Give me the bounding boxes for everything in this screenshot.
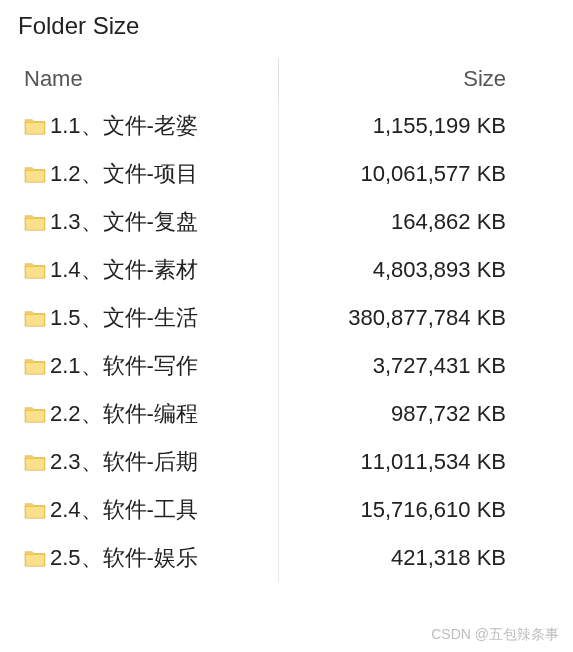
- folder-icon: [24, 403, 46, 421]
- folder-icon: [24, 259, 46, 277]
- folder-name-cell[interactable]: 2.4、软件-工具: [18, 486, 278, 534]
- table-row[interactable]: 1.4、文件-素材4,803,893 KB: [18, 246, 518, 294]
- window-title: Folder Size: [18, 12, 555, 40]
- table-row[interactable]: 2.5、软件-娱乐421,318 KB: [18, 534, 518, 582]
- folder-size-window: Folder Size Name Size 1.1、文件-老婆1,155,199…: [0, 0, 573, 594]
- folder-name-label: 2.2、软件-编程: [50, 401, 198, 426]
- folder-name-label: 1.2、文件-项目: [50, 161, 198, 186]
- folder-name-label: 1.4、文件-素材: [50, 257, 198, 282]
- folder-icon: [24, 307, 46, 325]
- folder-size-cell: 421,318 KB: [278, 534, 518, 582]
- folder-name-label: 2.5、软件-娱乐: [50, 545, 198, 570]
- watermark: CSDN @五包辣条事: [431, 626, 559, 644]
- table-row[interactable]: 1.3、文件-复盘164,862 KB: [18, 198, 518, 246]
- folder-name-label: 2.3、软件-后期: [50, 449, 198, 474]
- folder-size-cell: 987,732 KB: [278, 390, 518, 438]
- folder-name-cell[interactable]: 1.1、文件-老婆: [18, 102, 278, 150]
- folder-icon: [24, 451, 46, 469]
- folder-name-label: 1.5、文件-生活: [50, 305, 198, 330]
- column-header-size[interactable]: Size: [278, 58, 518, 102]
- folder-icon: [24, 499, 46, 517]
- folder-size-cell: 10,061,577 KB: [278, 150, 518, 198]
- folder-name-cell[interactable]: 1.5、文件-生活: [18, 294, 278, 342]
- folder-icon: [24, 115, 46, 133]
- folder-icon: [24, 211, 46, 229]
- folder-size-cell: 11,011,534 KB: [278, 438, 518, 486]
- folder-name-cell[interactable]: 1.2、文件-项目: [18, 150, 278, 198]
- folder-size-cell: 1,155,199 KB: [278, 102, 518, 150]
- table-header-row[interactable]: Name Size: [18, 58, 518, 102]
- table-row[interactable]: 2.3、软件-后期11,011,534 KB: [18, 438, 518, 486]
- table-row[interactable]: 2.4、软件-工具15,716,610 KB: [18, 486, 518, 534]
- table-row[interactable]: 2.2、软件-编程987,732 KB: [18, 390, 518, 438]
- folder-name-label: 2.1、软件-写作: [50, 353, 198, 378]
- folder-name-cell[interactable]: 2.3、软件-后期: [18, 438, 278, 486]
- folder-size-cell: 164,862 KB: [278, 198, 518, 246]
- folder-name-cell[interactable]: 2.2、软件-编程: [18, 390, 278, 438]
- folder-name-cell[interactable]: 2.5、软件-娱乐: [18, 534, 278, 582]
- folder-name-label: 2.4、软件-工具: [50, 497, 198, 522]
- folder-name-label: 1.3、文件-复盘: [50, 209, 198, 234]
- folder-name-cell[interactable]: 1.3、文件-复盘: [18, 198, 278, 246]
- folder-name-cell[interactable]: 1.4、文件-素材: [18, 246, 278, 294]
- folder-name-cell[interactable]: 2.1、软件-写作: [18, 342, 278, 390]
- folder-icon: [24, 355, 46, 373]
- folder-icon: [24, 547, 46, 565]
- table-row[interactable]: 1.5、文件-生活380,877,784 KB: [18, 294, 518, 342]
- folder-size-cell: 4,803,893 KB: [278, 246, 518, 294]
- folder-name-label: 1.1、文件-老婆: [50, 113, 198, 138]
- table-row[interactable]: 1.2、文件-项目10,061,577 KB: [18, 150, 518, 198]
- folder-size-cell: 3,727,431 KB: [278, 342, 518, 390]
- folder-list-table: Name Size 1.1、文件-老婆1,155,199 KB 1.2、文件-项…: [18, 58, 518, 582]
- table-row[interactable]: 2.1、软件-写作3,727,431 KB: [18, 342, 518, 390]
- column-header-name[interactable]: Name: [18, 58, 278, 102]
- table-row[interactable]: 1.1、文件-老婆1,155,199 KB: [18, 102, 518, 150]
- folder-size-cell: 380,877,784 KB: [278, 294, 518, 342]
- folder-icon: [24, 163, 46, 181]
- folder-size-cell: 15,716,610 KB: [278, 486, 518, 534]
